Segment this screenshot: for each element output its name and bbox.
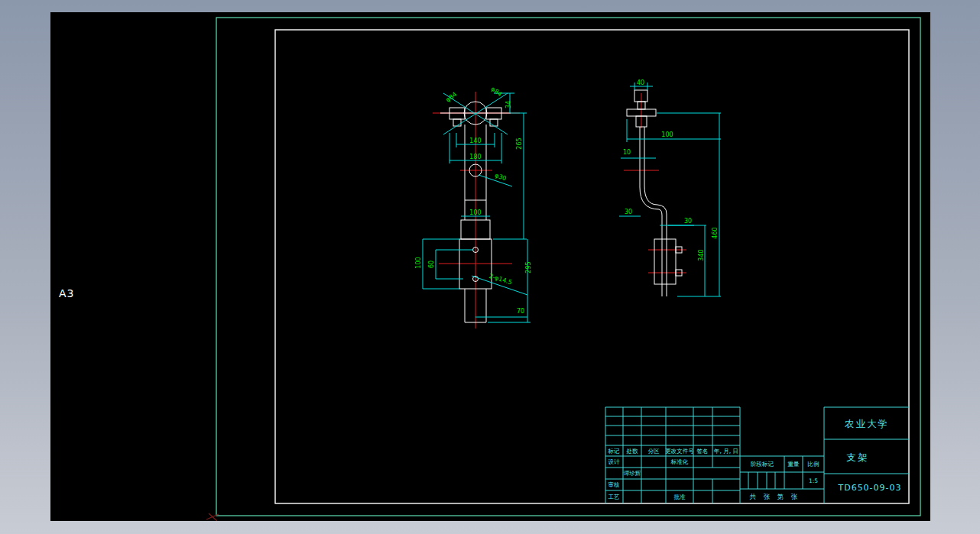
dimension-label: 60 (428, 261, 435, 268)
dimension-label: φ84 (490, 86, 504, 98)
company-name: 农业大学 (845, 418, 889, 429)
scale-label: 比例 (808, 461, 819, 468)
outer-frame (216, 18, 920, 516)
front-view: φ84 φ84 34 140 180 265 φ30 100 100 60 2-… (415, 86, 532, 328)
revision-col-fileno: 更改文件号 (665, 448, 694, 455)
dimension-label: 140 (469, 138, 481, 144)
side-view: 40 100 10 30 30 340 460 (619, 79, 721, 296)
design-label: 设计 (608, 458, 621, 465)
ucs-icon (206, 513, 219, 521)
dimension-label: 30 (625, 209, 632, 215)
scale-value: 1:5 (809, 477, 818, 484)
drawing-number: TD650-09-03 (837, 483, 901, 493)
dimension-label: 30 (684, 218, 692, 225)
dimension-label: 100 (469, 209, 481, 216)
weight-label: 重量 (788, 461, 800, 468)
dimension-label: 10 (623, 149, 631, 156)
sheet-word: 张 (791, 493, 798, 500)
dimension-label: 100 (415, 257, 422, 268)
cad-drawing-canvas[interactable]: A3 (50, 12, 930, 521)
revision-col-signature: 签名 (697, 448, 709, 455)
desktop-background: { "app": { "background_top_color": "#8b9… (0, 0, 980, 534)
dimension-label: 40 (637, 79, 644, 86)
drawing-sheet: φ84 φ84 34 140 180 265 φ30 100 100 60 2-… (50, 12, 930, 521)
sheet-word: 张 (764, 493, 771, 500)
dimension-label: 295 (525, 261, 532, 273)
revision-col-mark: 标记 (608, 448, 621, 455)
dimension-label: 100 (661, 131, 673, 138)
inner-frame (275, 30, 909, 503)
dimension-label: 34 (505, 101, 512, 108)
designer-name: 谭珍辉 (624, 470, 641, 477)
part-name: 支架 (847, 451, 869, 463)
dimension-label: 70 (517, 308, 524, 315)
review-label: 审核 (608, 481, 621, 488)
approve-label: 批准 (674, 494, 686, 500)
revision-col-zone: 分区 (648, 448, 660, 455)
dimension-label: 340 (698, 249, 705, 261)
revision-col-count: 处数 (626, 448, 639, 455)
dimension-label: 460 (712, 227, 719, 238)
standardization-label: 标准化 (670, 458, 689, 465)
stage-mark-label: 阶段标记 (751, 461, 774, 468)
sheet-total-label: 共 (749, 493, 757, 500)
title-block: 标记 处数 分区 更改文件号 签名 年, 月, 日 设计 标准化 谭珍辉 审核 … (605, 407, 909, 503)
dimension-label: 180 (469, 154, 481, 160)
revision-col-date: 年, 月, 日 (713, 448, 738, 455)
process-label: 工艺 (608, 494, 621, 500)
dimension-label: 265 (516, 138, 523, 149)
sheet-no-label: 第 (777, 493, 784, 500)
